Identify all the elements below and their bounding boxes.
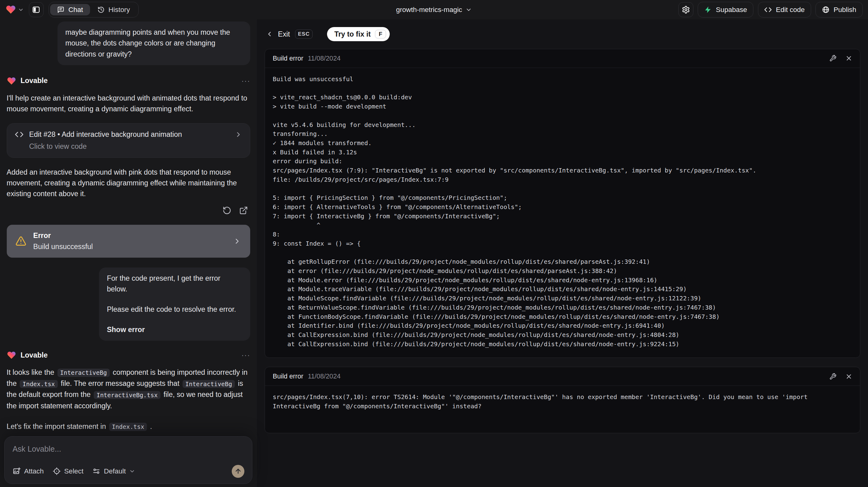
edit-card-title: Edit #28 • Add interactive background an…	[29, 130, 229, 139]
user-message: For the code present, I get the error be…	[99, 268, 250, 341]
supabase-button[interactable]: Supabase	[698, 2, 753, 17]
edit-code-label: Edit code	[776, 6, 805, 14]
chevron-left-icon	[266, 30, 273, 37]
error-card-title: Error	[33, 232, 226, 240]
warning-triangle-icon	[16, 236, 26, 247]
tab-chat[interactable]: Chat	[50, 4, 90, 16]
esc-key-badge: ESC	[295, 30, 313, 38]
top-bar: Chat History growth-metrics-magic	[0, 0, 868, 19]
build-error-log: src/pages/Index.tsx(7,10): error TS2614:…	[273, 393, 852, 411]
error-review-pane: Exit ESC Try to fix it F Build error 11/…	[257, 19, 868, 487]
build-error-log: Build was unsuccessful > vite_react_shad…	[273, 75, 852, 349]
exit-label: Exit	[278, 30, 290, 38]
fix-header: Exit ESC Try to fix it F	[266, 27, 861, 41]
app-window: Chat History growth-metrics-magic	[0, 0, 868, 487]
supabase-bolt-icon	[704, 6, 712, 13]
build-error-title: Build error	[273, 54, 303, 62]
publish-button[interactable]: Publish	[815, 2, 863, 17]
user-message: maybe diagramming points and when you mo…	[58, 22, 250, 65]
chat-composer: Attach Select Default	[4, 436, 252, 484]
lovable-heart-logo-icon	[5, 4, 16, 15]
try-to-fix-button[interactable]: Try to fix it F	[327, 27, 390, 41]
code-brackets-icon	[764, 6, 772, 13]
build-error-panel-2: Build error 11/08/2024 src/pages/Index.t…	[265, 367, 860, 433]
lovable-heart-icon	[7, 351, 16, 360]
assistant-summary-text: Added an interactive background with pin…	[7, 167, 250, 199]
attach-label: Attach	[24, 467, 44, 475]
close-icon[interactable]	[845, 373, 852, 380]
message-more-icon[interactable]: ···	[241, 78, 250, 84]
build-error-date: 11/08/2024	[308, 54, 341, 62]
tab-history-label: History	[108, 6, 130, 14]
edit-card-subtitle: Click to view code	[29, 142, 242, 151]
chat-input[interactable]	[12, 445, 245, 454]
chevron-right-icon	[235, 131, 242, 139]
show-error-label: Show error	[107, 324, 243, 335]
chat-bubble-icon	[57, 6, 64, 13]
build-error-console[interactable]: Build was unsuccessful > vite_react_shad…	[265, 68, 860, 358]
assistant-message-header: Lovable ···	[7, 351, 250, 360]
send-button[interactable]	[232, 465, 244, 478]
build-error-title: Build error	[273, 372, 303, 380]
assistant-message-header: Lovable ···	[7, 76, 250, 86]
edit-code-button[interactable]: Edit code	[758, 2, 811, 17]
build-error-panel-header: Build error 11/08/2024	[265, 49, 860, 68]
message-actions	[7, 206, 248, 215]
attach-button[interactable]: Attach	[12, 467, 44, 475]
project-name: growth-metrics-magic	[396, 6, 462, 14]
close-icon[interactable]	[845, 55, 852, 62]
select-button[interactable]: Select	[53, 467, 83, 475]
fix-wrench-icon[interactable]	[829, 55, 836, 62]
arrow-up-icon	[235, 468, 242, 475]
edit-card-28[interactable]: Edit #28 • Add interactive background an…	[7, 123, 250, 158]
error-card-subtitle: Build unsuccessful	[33, 243, 226, 251]
message-more-icon[interactable]: ···	[241, 352, 250, 358]
assistant-name: Lovable	[21, 77, 48, 85]
workspace-menu[interactable]	[5, 4, 24, 15]
history-clock-icon	[97, 6, 104, 13]
chevron-down-icon	[129, 468, 135, 475]
build-error-panel-header: Build error 11/08/2024	[265, 367, 860, 386]
build-error-panel-1: Build error 11/08/2024 Build was unsucce…	[265, 49, 860, 358]
model-label: Default	[104, 467, 126, 475]
user-message-line: For the code present, I get the error be…	[107, 273, 243, 295]
select-label: Select	[64, 467, 84, 475]
chat-messages-scroll-area: maybe diagramming points and when you mo…	[0, 19, 257, 487]
image-plus-icon	[12, 467, 21, 475]
crosshair-icon	[53, 467, 61, 475]
assistant-fix-text-2: Let's fix the import statement in Index.…	[7, 421, 250, 432]
open-external-icon[interactable]	[239, 206, 248, 215]
tab-history[interactable]: History	[90, 4, 137, 16]
project-switcher[interactable]: growth-metrics-magic	[396, 6, 472, 14]
fix-wrench-icon[interactable]	[829, 373, 836, 380]
sliders-icon	[92, 467, 100, 475]
chevron-down-icon	[465, 6, 472, 13]
sidebar-toggle-button[interactable]	[29, 2, 44, 17]
build-error-date: 11/08/2024	[308, 372, 341, 380]
code-brackets-icon	[15, 130, 24, 139]
assistant-intro-text: I'll help create an interactive backgrou…	[7, 93, 250, 114]
build-error-card[interactable]: Error Build unsuccessful	[7, 225, 250, 257]
user-message-line: Please edit the code to resolve the erro…	[107, 304, 243, 315]
model-dropdown[interactable]: Default	[92, 467, 135, 475]
f-key-badge: F	[375, 30, 386, 38]
tab-chat-label: Chat	[68, 6, 83, 14]
user-message-text: maybe diagramming points and when you mo…	[65, 28, 230, 58]
assistant-name: Lovable	[21, 351, 48, 359]
globe-icon	[822, 6, 830, 13]
publish-label: Publish	[834, 6, 856, 14]
supabase-label: Supabase	[716, 6, 747, 14]
assistant-fix-text: It looks like the InteractiveBg componen…	[7, 367, 250, 412]
panel-left-icon	[32, 5, 40, 14]
build-error-console[interactable]: src/pages/Index.tsx(7,10): error TS2614:…	[265, 386, 860, 433]
settings-button[interactable]	[678, 2, 693, 17]
retry-icon[interactable]	[222, 206, 231, 215]
chevron-down-icon	[18, 7, 24, 13]
chat-panel: maybe diagramming points and when you mo…	[0, 19, 257, 487]
chevron-right-icon	[233, 237, 241, 245]
try-fix-label: Try to fix it	[334, 30, 371, 38]
gear-icon	[682, 5, 690, 14]
lovable-heart-icon	[7, 76, 16, 86]
mode-tab-group: Chat History	[49, 2, 138, 17]
exit-button[interactable]: Exit ESC	[266, 30, 313, 38]
